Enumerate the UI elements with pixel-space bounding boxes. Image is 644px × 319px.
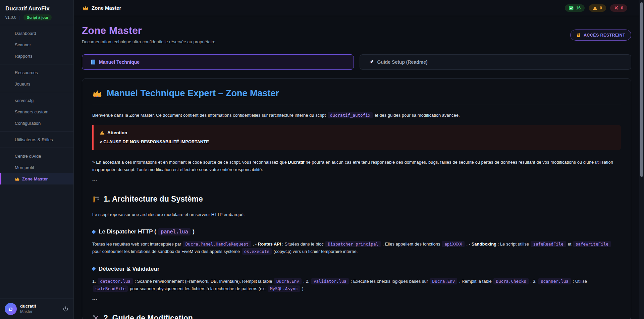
warning-clause: > CLAUSE DE NON-RESPONSABILITÉ IMPORTANT… <box>100 139 614 144</box>
vertical-scrollbar[interactable] <box>639 0 644 319</box>
app-version: v1.0.0 <box>5 15 16 20</box>
sidebar-item-joueurs[interactable]: Joueurs <box>0 78 73 90</box>
restricted-access-button[interactable]: ACCÈS RESTREINT <box>570 30 631 41</box>
sidebar-item-configuration[interactable]: Configuration <box>0 117 73 129</box>
text-segment: Toutes les requêtes web sont interceptée… <box>92 242 182 247</box>
warn-count-badge[interactable]: 0 <box>589 4 606 12</box>
app-window: Ducratif AutoFix v1.0.0 | Script à jour … <box>0 0 644 319</box>
nav-group: Utilisateurs & Rôles <box>0 131 73 148</box>
sidebar-item-server-cfg[interactable]: server.cfg <box>0 95 73 106</box>
sidebar: Ducratif AutoFix v1.0.0 | Script à jour … <box>0 0 74 319</box>
inline-code: Ducra.Env <box>274 278 302 284</box>
pass-count-badge[interactable]: 16 <box>565 4 585 12</box>
doc-intro: Bienvenue dans la Zone Master. Ce docume… <box>92 112 621 119</box>
text-segment: > En accédant à ces informations et en m… <box>92 160 288 165</box>
bold-text: Routes API <box>258 242 281 247</box>
app-title: Ducratif AutoFix <box>5 5 68 12</box>
sidebar-item-label: Rapports <box>15 54 33 59</box>
tools-icon <box>92 314 100 319</box>
user-info: ducratif Master <box>20 304 36 314</box>
text-segment: . 3. <box>529 279 538 284</box>
sidebar-item-label: Utilisateurs & Rôles <box>15 137 53 142</box>
sidebar-item-utilisateurs-roles[interactable]: Utilisateurs & Rôles <box>0 134 73 145</box>
dispatcher-heading: Le Dispatcher HTTP ( panel.lua ) <box>92 228 621 235</box>
page-title: Zone Master <box>82 25 217 36</box>
section2-heading: 2. Guide de Modification <box>92 314 621 319</box>
section1-title: 1. Architecture du Système <box>104 195 203 204</box>
inline-code: os.execute <box>242 248 272 255</box>
scrollbar-thumb[interactable] <box>640 2 643 177</box>
blue-diamond-icon <box>92 267 96 271</box>
inline-code: apiXXXX <box>442 241 465 247</box>
sidebar-item-label: Scanners custom <box>15 109 48 114</box>
bold-text: Sandboxing <box>472 242 496 247</box>
text-segment: pour contourner les limitations de sandb… <box>92 249 241 254</box>
restricted-access-label: ACCÈS RESTREINT <box>584 33 625 38</box>
sidebar-item-ressources[interactable]: Ressources <box>0 67 73 78</box>
warning-header: Attention <box>100 130 614 135</box>
nav-group: Ressources Joueurs <box>0 64 73 92</box>
inline-code: Ducra.Checks <box>493 278 528 284</box>
text-segment: (copy/cp) vers un fichier temporaire int… <box>272 249 358 254</box>
text-segment: Le Dispatcher HTTP ( <box>99 228 158 235</box>
sidebar-item-label: server.cfg <box>15 98 34 103</box>
section1-intro: Le script repose sur une architecture mo… <box>92 211 621 218</box>
sidebar-item-label: Configuration <box>15 121 41 126</box>
markdown-divider: --- <box>92 177 621 182</box>
meta-separator: | <box>19 15 20 20</box>
sidebar-item-rapports[interactable]: Rapports <box>0 50 73 62</box>
section2-title: 2. Guide de Modification <box>104 314 193 319</box>
sidebar-item-dashboard[interactable]: Dashboard <box>0 28 73 39</box>
inline-code: safeReadFile <box>93 285 128 292</box>
construction-icon <box>92 196 100 203</box>
section1-heading: 1. Architecture du Système <box>92 195 621 204</box>
blue-diamond-icon <box>92 230 96 234</box>
sidebar-item-label: Dashboard <box>15 31 36 36</box>
crown-icon <box>92 89 102 99</box>
inline-code: Dispatcher principal <box>325 241 381 247</box>
page-content: Zone Master Documentation technique ultr… <box>74 16 639 319</box>
text-segment: . Remplit la table <box>458 279 493 284</box>
sidebar-item-mon-profil[interactable]: Mon profil <box>0 162 73 173</box>
sidebar-item-label: Scanner <box>15 42 31 47</box>
inline-code: safeReadFile <box>531 241 566 247</box>
sidebar-item-label: Joueurs <box>15 82 30 87</box>
fail-count-badge[interactable]: 0 <box>610 4 627 12</box>
page-subtitle: Documentation technique ultra-confidenti… <box>82 39 217 44</box>
sidebar-item-zone-master[interactable]: Zone Master <box>0 173 73 184</box>
sidebar-item-label: Zone Master <box>22 176 48 181</box>
text-segment: ). <box>301 286 305 291</box>
inline-code: ducratif_autofix <box>328 112 373 118</box>
nav-group: server.cfg Scanners custom Configuration <box>0 92 73 131</box>
warn-count: 0 <box>600 6 602 10</box>
lock-icon <box>576 33 581 38</box>
text-segment: et des guides pour sa modification avanc… <box>373 113 460 118</box>
detector-body: 1. detector.lua : Scanne l'environnement… <box>92 278 621 293</box>
page-header: Zone Master Documentation technique ultr… <box>82 25 631 44</box>
pass-count: 16 <box>576 6 581 10</box>
sidebar-nav: Dashboard Scanner Rapports Ressources Jo… <box>0 25 73 299</box>
tab-manuel-technique[interactable]: Manuel Technique <box>82 54 354 70</box>
check-badge-icon <box>569 6 574 10</box>
status-badges: 16 0 0 <box>565 4 627 12</box>
user-panel: D ducratif Master <box>0 299 73 319</box>
power-icon[interactable] <box>62 306 69 312</box>
topbar-title: Zone Master <box>92 5 121 11</box>
inline-code: Ducra.Env <box>430 278 458 284</box>
text-segment: pour scanner physiquement les fichiers à… <box>128 286 267 291</box>
inline-code: detector.lua <box>98 278 132 284</box>
sidebar-item-label: Centre d'Aide <box>15 154 41 159</box>
text-segment: . - <box>465 242 472 247</box>
sidebar-item-scanner[interactable]: Scanner <box>0 39 73 50</box>
detector-heading-text: Détecteur & Validateur <box>99 266 159 272</box>
nav-group: Dashboard Scanner Rapports <box>0 25 73 64</box>
tab-guide-setup[interactable]: Guide Setup (Readme) <box>360 54 632 70</box>
rocket-icon <box>369 59 374 65</box>
sidebar-item-scanners-custom[interactable]: Scanners custom <box>0 106 73 117</box>
sidebar-item-centre-aide[interactable]: Centre d'Aide <box>0 150 73 162</box>
topbar: Zone Master 16 0 <box>74 0 644 16</box>
x-badge-icon <box>614 6 619 10</box>
text-segment: : Situées dans le bloc <box>281 242 325 247</box>
warning-title: Attention <box>107 130 127 135</box>
text-segment: et <box>567 242 573 247</box>
